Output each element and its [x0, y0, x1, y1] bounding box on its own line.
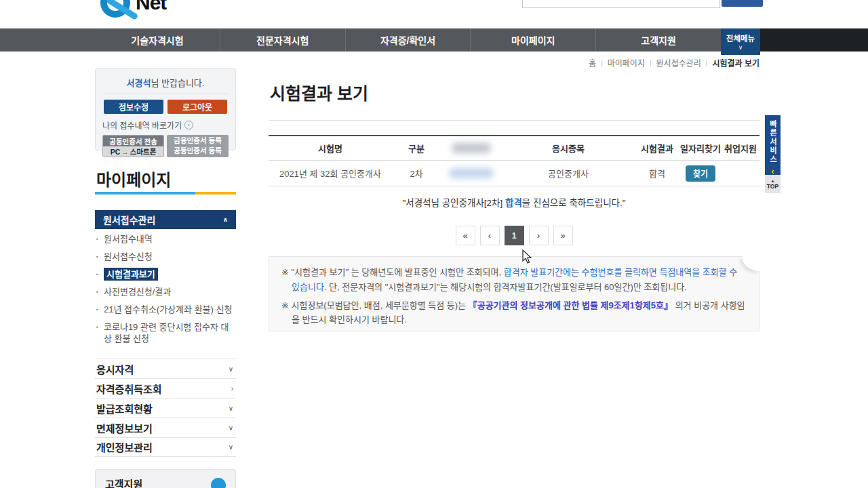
- edit-info-button[interactable]: 정보수정: [104, 100, 163, 114]
- cert-register-button[interactable]: 금융인증서 등록 공동인증서 등록: [167, 135, 229, 157]
- nav-items: 기술자격시험 전문자격시험 자격증/확인서 마이페이지 고객지원: [95, 28, 721, 52]
- breadcrumb-current: 시험결과 보기: [712, 57, 760, 68]
- chevron-down-icon: ∨: [229, 443, 233, 451]
- sidebar-item-application-history[interactable]: 원서접수내역: [96, 233, 236, 245]
- arrow-circle-icon: ›: [184, 121, 193, 129]
- title-underline: [95, 192, 236, 195]
- cell-exam-name: 2021년 제 32회 공인중개사: [269, 167, 392, 180]
- congrats-suffix: 을 진심으로 축하드립니다.": [522, 198, 626, 208]
- qnet-q-icon: [100, 0, 130, 18]
- nav-item-mypage[interactable]: 마이페이지: [470, 28, 595, 52]
- breadcrumb-application[interactable]: 원서접수관리: [656, 57, 701, 68]
- active-item-label: 시험결과보기: [104, 268, 158, 281]
- accordion-label: 발급조회현황: [96, 401, 153, 415]
- pagination-next[interactable]: ›: [529, 226, 549, 245]
- breadcrumb-home[interactable]: 홈: [589, 57, 596, 68]
- header-job-support: 취업지원: [722, 142, 760, 155]
- notice-1-text2: 단, 전문자격의 "시험결과보기"는 해당시험의 합격자발표기간(발표일로부터 …: [326, 282, 686, 292]
- all-menu-button[interactable]: 전체메뉴 ∨: [721, 28, 760, 55]
- accordion-label: 면제정보보기: [96, 421, 153, 435]
- accordion-personal-info[interactable]: 개인정보관리 ∨: [95, 437, 236, 457]
- header-job-search: 일자리찾기: [679, 142, 722, 155]
- my-applications-shortcut[interactable]: 나의 접수내역 바로가기 ›: [102, 119, 229, 131]
- notice-1-text: ※ "시험결과 보기" 는 당해년도에 발표중인 시험만 조회되며,: [281, 267, 504, 277]
- customer-support-box[interactable]: 고객지원: [95, 469, 236, 488]
- user-name: 서경석: [127, 78, 151, 88]
- cell-stage: 2차: [392, 167, 441, 180]
- divider: [269, 120, 760, 121]
- notice-box: ※ "시험결과 보기" 는 당해년도에 발표중인 시험만 조회되며, 합격자 발…: [269, 256, 760, 331]
- quick-service-tab[interactable]: 빠른서비스 ‹: [765, 115, 781, 179]
- cell-result: 합격: [635, 167, 679, 180]
- cell-exam-number-blurred[interactable]: [441, 168, 502, 178]
- nav-item-professional-exam[interactable]: 전문자격시험: [220, 28, 345, 52]
- cert-transfer-label: 공동인증서 전송: [103, 136, 163, 146]
- header-exam-name: 시험명: [269, 142, 392, 155]
- notice-2: ※ 시험정보(모범답안, 배점, 세부문항별 득점 등)는 『공공기관의 정보공…: [281, 298, 747, 328]
- pagination-prev[interactable]: ‹: [480, 226, 500, 245]
- accordion-issuance-status[interactable]: 발급조회현황 ∨: [95, 398, 236, 418]
- sidebar-menu-list: 원서접수내역 원서접수신청 시험결과보기 사진변경신청/결과 21년 접수취소(…: [96, 233, 236, 350]
- chevron-down-icon: ∨: [229, 424, 233, 432]
- breadcrumb: 홈 | 마이페이지 | 원서접수관리 | 시험결과 보기: [589, 57, 760, 68]
- chevron-down-icon: ∨: [229, 405, 233, 412]
- header-exam-number-blurred: [441, 143, 502, 153]
- table-header-row: 시험명 구분 응시종목 시험결과 일자리찾기 취업지원: [269, 135, 760, 161]
- breadcrumb-mypage[interactable]: 마이페이지: [608, 57, 645, 68]
- sidebar-item-photo-change[interactable]: 사진변경신청/결과: [96, 286, 236, 298]
- logout-button[interactable]: 로그아웃: [167, 100, 227, 114]
- breadcrumb-separator: |: [701, 59, 713, 66]
- sidebar-item-cancel-refund[interactable]: 21년 접수취소(가상계좌 환불) 신청: [96, 304, 236, 315]
- chevron-up-icon: ∧: [223, 216, 228, 223]
- notice-2-text: ※ 시험정보(모범답안, 배점, 세부문항별 득점 등)는: [281, 300, 469, 310]
- sidebar-item-covid-refund[interactable]: 코로나19 관련 중단시험 접수자 대상 환불 신청: [96, 321, 236, 344]
- pagination: « ‹ 1 › »: [269, 226, 760, 245]
- congrats-pass-highlight: 합격: [505, 198, 522, 208]
- cert-from-label: PC: [111, 148, 121, 156]
- chevron-right-icon: ›: [231, 385, 233, 392]
- qnet-logo[interactable]: Net: [100, 0, 166, 18]
- sidebar-section-application[interactable]: 원서접수관리 ∧: [95, 210, 236, 229]
- nav-item-technical-exam[interactable]: 기술자격시험: [95, 28, 220, 52]
- arrow-right-icon: →: [121, 148, 129, 156]
- search-input[interactable]: [522, 0, 720, 8]
- cert-transfer-button[interactable]: 공동인증서 전송 PC → 스마트폰: [102, 135, 164, 157]
- cert-to-label: 스마트폰: [130, 146, 157, 157]
- notice-2-law-link[interactable]: 『공공기관의 정보공개에 관한 법률 제9조제1항제5호』: [469, 300, 673, 310]
- scroll-top-button[interactable]: ▲ TOP: [765, 175, 781, 193]
- accordion-certificate-lookup[interactable]: 자격증취득조회 ›: [95, 378, 236, 398]
- all-menu-label: 전체메뉴: [726, 33, 755, 43]
- breadcrumb-separator: |: [645, 59, 656, 66]
- shortcut-label: 나의 접수내역 바로가기: [102, 119, 182, 131]
- login-info-box: 서경석님 반갑습니다. 정보수정 로그아웃 나의 접수내역 바로가기 › 공동인…: [95, 68, 236, 150]
- sidebar-item-application-request[interactable]: 원서접수신청: [96, 251, 236, 262]
- find-job-button[interactable]: 찾기: [686, 165, 715, 182]
- notice-1: ※ "시험결과 보기" 는 당해년도에 발표중인 시험만 조회되며, 합격자 발…: [281, 265, 747, 295]
- accordion-label: 개인정보관리: [96, 440, 153, 454]
- pagination-last[interactable]: »: [553, 226, 573, 245]
- cert-transfer-sub: PC → 스마트폰: [103, 146, 163, 157]
- pagination-page-1[interactable]: 1: [505, 226, 524, 245]
- table-row: 2021년 제 32회 공인중개사 2차 공인중개사 합격 찾기: [269, 161, 760, 186]
- header-subject: 응시종목: [502, 142, 635, 155]
- accordion-label: 자격증취득조회: [96, 382, 162, 396]
- search-button[interactable]: [722, 0, 763, 7]
- top-label: TOP: [767, 183, 778, 190]
- support-phone-icon: [211, 478, 226, 488]
- pagination-first[interactable]: «: [456, 226, 475, 245]
- cert-register-line1: 금융인증서 등록: [167, 136, 229, 146]
- header-stage: 구분: [392, 142, 441, 155]
- chevron-down-icon: ∨: [229, 365, 233, 373]
- accordion-exemption-info[interactable]: 면제정보보기 ∨: [95, 418, 236, 437]
- sidebar-accordions: 응시자격 ∨ 자격증취득조회 › 발급조회현황 ∨ 면제정보보기 ∨ 개인정보관…: [95, 359, 236, 457]
- page-title: 시험결과 보기: [270, 80, 368, 104]
- breadcrumb-separator: |: [596, 59, 608, 66]
- sidebar-title: 마이페이지: [96, 167, 171, 190]
- greeting-text: 서경석님 반갑습니다.: [102, 74, 229, 94]
- accordion-eligibility[interactable]: 응시자격 ∨: [95, 359, 236, 378]
- nav-item-certificate[interactable]: 자격증/확인서: [345, 28, 471, 52]
- sidebar-item-exam-results[interactable]: 시험결과보기: [96, 268, 236, 280]
- section-label: 원서접수관리: [103, 213, 155, 226]
- cert-register-line2: 공동인증서 등록: [167, 146, 229, 156]
- nav-item-support[interactable]: 고객지원: [595, 28, 721, 52]
